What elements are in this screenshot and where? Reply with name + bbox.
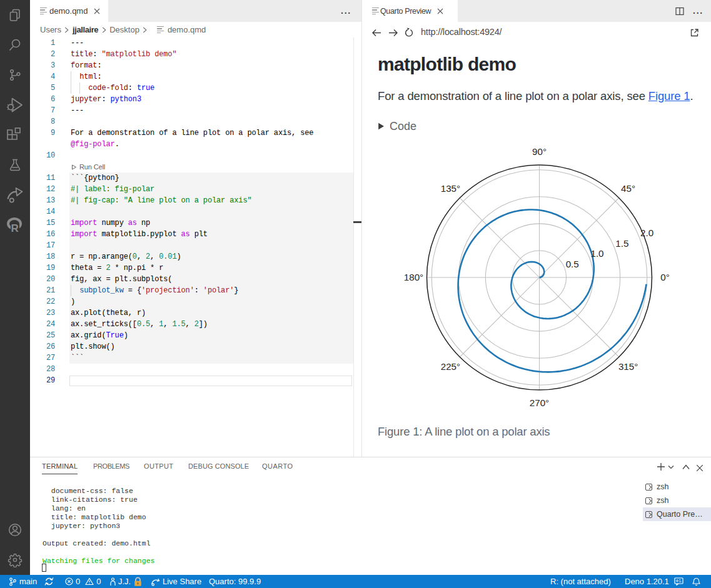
- svg-text:180°: 180°: [404, 272, 423, 282]
- svg-text:225°: 225°: [441, 361, 460, 372]
- svg-text:90°: 90°: [532, 146, 547, 157]
- svg-text:270°: 270°: [530, 397, 549, 408]
- svg-text:0.5: 0.5: [566, 259, 579, 269]
- svg-text:0°: 0°: [660, 272, 670, 282]
- svg-text:1.0: 1.0: [590, 248, 603, 259]
- svg-text:45°: 45°: [621, 183, 635, 194]
- svg-text:1.5: 1.5: [615, 238, 628, 249]
- svg-text:R: R: [11, 222, 19, 234]
- svg-text:135°: 135°: [441, 183, 460, 194]
- svg-text:315°: 315°: [618, 361, 638, 372]
- svg-text:2.0: 2.0: [640, 227, 653, 238]
